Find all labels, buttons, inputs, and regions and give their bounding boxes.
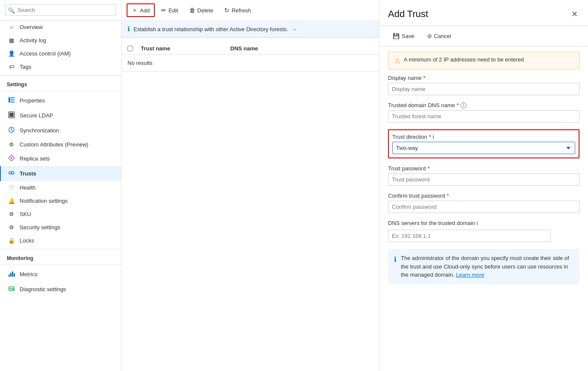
confirm-password-field-group: Confirm trust password * <box>388 193 579 213</box>
confirm-password-required: * <box>447 193 449 199</box>
warning-icon: ⚠ <box>394 57 400 65</box>
sidebar-item-diagnostic-settings[interactable]: Diagnostic settings <box>0 282 121 297</box>
sidebar-item-label: Tags <box>20 64 31 70</box>
panel-save-button[interactable]: 💾 Save <box>388 30 419 42</box>
sidebar-item-label: Activity log <box>20 37 46 44</box>
sidebar-item-label: Access control (IAM) <box>20 50 71 57</box>
info-banner-arrow[interactable]: → <box>292 26 297 32</box>
panel-toolbar: 💾 Save ⊘ Cancel <box>379 26 588 47</box>
sidebar-item-synchronization[interactable]: Synchronization <box>0 123 121 138</box>
sidebar-item-replica-sets[interactable]: Replica sets <box>0 151 121 166</box>
sidebar-item-activity-log[interactable]: ▦ Activity log <box>0 34 121 47</box>
select-all-checkbox[interactable] <box>127 46 133 51</box>
add-label: Add <box>140 7 150 14</box>
trust-direction-info-icon[interactable]: i <box>433 134 434 140</box>
refresh-button[interactable]: ↻ Refresh <box>220 4 256 16</box>
sidebar-item-label: Properties <box>20 97 45 104</box>
svg-rect-15 <box>9 286 14 291</box>
refresh-label: Refresh <box>232 7 251 14</box>
trust-password-field-group: Trust password * <box>388 165 579 186</box>
sidebar-item-overview[interactable]: ○ Overview <box>0 20 121 34</box>
monitoring-section-label: Monitoring <box>0 251 121 263</box>
refresh-icon: ↻ <box>224 7 229 14</box>
sidebar-item-custom-attributes[interactable]: ⚙ Custom Attributes (Preview) <box>0 138 121 151</box>
learn-more-link[interactable]: Learn more <box>456 272 484 278</box>
svg-point-9 <box>9 172 12 174</box>
display-name-field-group: Display name * <box>388 75 579 95</box>
panel-header: Add Trust ✕ <box>379 0 588 26</box>
security-settings-icon: ⚙ <box>8 224 15 231</box>
svg-rect-1 <box>11 97 14 98</box>
sidebar-item-metrics[interactable]: Metrics <box>0 267 121 282</box>
trust-direction-required: * <box>429 134 431 140</box>
sidebar-item-label: Security settings <box>20 224 60 231</box>
trust-direction-label: Trust direction * i <box>392 134 575 140</box>
sidebar-item-properties[interactable]: Properties <box>0 93 121 108</box>
delete-button[interactable]: 🗑 Delete <box>185 4 218 16</box>
trust-direction-select[interactable]: Two-way One-way: outgoing One-way: incom… <box>392 142 575 154</box>
svg-rect-2 <box>11 99 14 100</box>
svg-rect-17 <box>9 289 12 290</box>
svg-rect-5 <box>9 113 14 117</box>
display-name-required: * <box>423 75 426 81</box>
svg-rect-14 <box>14 273 15 277</box>
sidebar-item-label: Custom Attributes (Preview) <box>20 141 88 148</box>
save-label: Save <box>402 33 414 39</box>
sidebar-item-security-settings[interactable]: ⚙ Security settings <box>0 221 121 234</box>
svg-rect-0 <box>9 97 10 102</box>
info-note: ℹ The administrator of the domain you sp… <box>388 249 579 284</box>
cancel-icon: ⊘ <box>427 33 432 39</box>
notification-icon: 🔔 <box>8 198 15 204</box>
sidebar-item-label: Metrics <box>20 271 38 278</box>
dns-name-input[interactable] <box>388 110 579 123</box>
sidebar-item-sku[interactable]: ⚙ SKU <box>0 207 121 221</box>
sidebar-item-tags[interactable]: 🏷 Tags <box>0 60 121 73</box>
dns-name-required: * <box>457 102 459 108</box>
sidebar-item-access-control[interactable]: 👤 Access control (IAM) <box>0 47 121 60</box>
panel-cancel-button[interactable]: ⊘ Cancel <box>423 30 456 42</box>
sidebar-item-label: Notification settings <box>20 198 68 204</box>
divider-after-monitoring <box>0 265 121 265</box>
sidebar-item-health[interactable]: ♡ Health <box>0 181 121 194</box>
sidebar-item-notification-settings[interactable]: 🔔 Notification settings <box>0 194 121 207</box>
col-dns-name: DNS name <box>230 45 258 52</box>
diagnostic-icon <box>8 285 15 293</box>
dns-name-field-group: Trusted domain DNS name * i <box>388 102 579 123</box>
overview-icon: ○ <box>8 24 15 30</box>
add-button[interactable]: ＋ Add <box>127 3 155 17</box>
sidebar-item-label: Locks <box>20 237 34 244</box>
dns-info-icon[interactable]: i <box>461 102 466 108</box>
sidebar-item-locks[interactable]: 🔒 Locks <box>0 234 121 247</box>
trust-password-label: Trust password * <box>388 165 579 172</box>
search-icon: 🔍 <box>8 7 15 13</box>
edit-label: Edit <box>168 7 178 14</box>
confirm-password-input[interactable] <box>388 201 579 213</box>
sidebar-item-label: Overview <box>20 24 43 30</box>
dns-servers-label: DNS servers for the trusted domain i <box>388 220 579 226</box>
sidebar-item-label: Health <box>20 184 36 191</box>
synchronization-icon <box>8 126 15 134</box>
sidebar-item-label: Synchronization <box>20 127 59 134</box>
svg-rect-3 <box>11 102 14 102</box>
trust-password-input[interactable] <box>388 173 579 186</box>
panel-title: Add Trust <box>388 9 428 20</box>
svg-rect-11 <box>9 275 10 277</box>
confirm-password-label: Confirm trust password * <box>388 193 579 199</box>
trust-password-required: * <box>427 165 429 172</box>
sidebar-item-trusts[interactable]: Trusts <box>0 166 121 181</box>
edit-button[interactable]: ✏ Edit <box>156 4 182 16</box>
add-icon: ＋ <box>132 6 138 14</box>
main-content: ＋ Add ✏ Edit 🗑 Delete ↻ Refresh ℹ Establ… <box>122 0 588 371</box>
tags-icon: 🏷 <box>8 64 15 70</box>
cancel-label: Cancel <box>434 33 451 39</box>
display-name-input[interactable] <box>388 83 579 95</box>
sidebar-item-secure-ldap[interactable]: Secure LDAP <box>0 108 121 123</box>
svg-rect-12 <box>10 273 12 277</box>
svg-rect-16 <box>9 287 14 288</box>
search-input[interactable] <box>5 4 116 16</box>
sidebar-item-label: Secure LDAP <box>20 112 53 119</box>
panel-close-button[interactable]: ✕ <box>570 8 579 20</box>
access-control-icon: 👤 <box>8 50 15 57</box>
dns-servers-input[interactable] <box>388 230 551 242</box>
dns-servers-info-icon[interactable]: i <box>477 220 478 226</box>
